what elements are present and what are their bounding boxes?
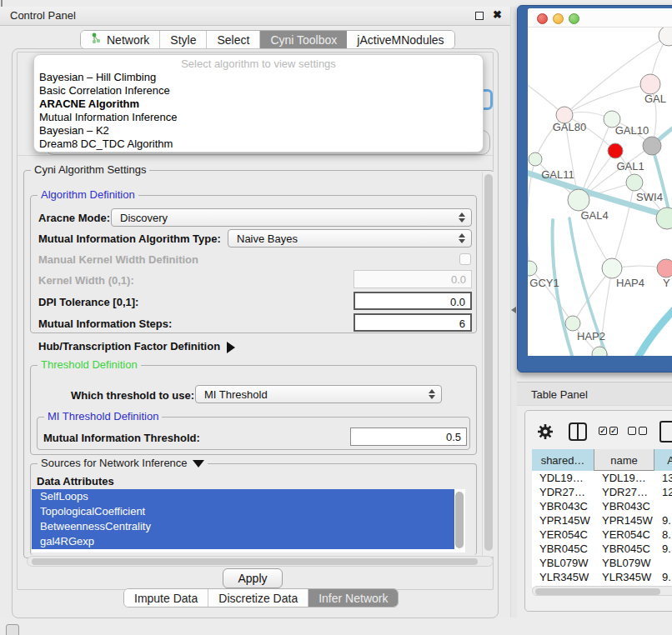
gear-icon[interactable]	[537, 423, 554, 443]
table-row[interactable]: YBR043CYBR043C	[532, 499, 672, 513]
splitter-collapse-icon[interactable]	[511, 307, 516, 313]
node-gal4[interactable]	[568, 189, 589, 211]
close-traffic-icon[interactable]	[537, 13, 548, 24]
tab-style[interactable]: Style	[160, 31, 207, 48]
mi-algorithm-type-combo[interactable]: Naive Bayes	[228, 229, 472, 248]
table-row[interactable]: YDR27…YDR27…12	[532, 485, 672, 499]
table-hscrollbar-thumb[interactable]	[535, 588, 660, 595]
node-top-partial[interactable]	[659, 28, 672, 46]
table-panel-title: Table Panel	[531, 388, 588, 401]
algorithm-option[interactable]: Mutual Information Inference	[34, 111, 483, 124]
table-column-header[interactable]: name	[594, 449, 654, 471]
table-cell	[654, 499, 672, 513]
node-label: SWI4	[636, 191, 663, 203]
aracne-mode-combo[interactable]: Discovery	[111, 208, 472, 227]
node-table: shared…nameA YDL19…YDL19…13YDR27…YDR27…1…	[532, 449, 672, 588]
table-row[interactable]: YER054CYER054C8.	[532, 528, 672, 542]
sources-toggle[interactable]: Sources for Network Inference	[38, 457, 208, 469]
attribute-item[interactable]: TopologicalCoefficient	[32, 504, 454, 519]
mi-steps-field[interactable]: 6	[354, 313, 472, 332]
tab-infer-network[interactable]: Infer Network	[308, 589, 398, 607]
kernel-width-label: Kernel Width (0,1):	[38, 274, 134, 287]
node-gal-right[interactable]	[640, 74, 660, 94]
tab-select[interactable]: Select	[207, 31, 260, 48]
table-cell: YBR045C	[532, 542, 594, 556]
table-cell: YBL079W	[532, 556, 594, 570]
mi-threshold-definition-title: MI Threshold Definition	[44, 410, 162, 422]
table-column-header[interactable]: shared…	[532, 449, 594, 471]
tab-impute-data[interactable]: Impute Data	[124, 589, 208, 607]
settings-hscrollbar-track[interactable]	[27, 556, 494, 567]
network-view-window: GALGAL80GAL10GAL1GAL11SWI4GAL4GCY1HAP4YH…	[528, 8, 672, 356]
algorithm-option[interactable]: ARACNE Algorithm	[34, 98, 483, 111]
control-panel-titlebar: Control Panel ✖	[0, 7, 510, 26]
table-hscrollbar-track[interactable]	[532, 586, 672, 596]
close-icon[interactable]: ✖	[493, 8, 502, 21]
node-gal1[interactable]	[608, 143, 623, 158]
attribute-item[interactable]: SelfLoops	[32, 489, 454, 504]
float-icon[interactable]	[475, 12, 484, 20]
control-panel-window: Control Panel ✖ Network Style Se	[0, 7, 510, 618]
tab-jactivemnodules-label: jActiveMNodules	[357, 33, 444, 47]
columns-icon[interactable]	[569, 422, 587, 441]
table-row[interactable]: YDL19…YDL19…13	[532, 471, 672, 485]
kernel-width-field[interactable]: 0.0	[354, 270, 472, 288]
algorithm-option[interactable]: Bayesian – Hill Climbing	[34, 71, 483, 84]
table-cell: YBR043C	[532, 499, 594, 513]
node-label: HAP4	[616, 277, 644, 289]
node-hap4[interactable]	[602, 258, 622, 278]
table-cell: YER054C	[594, 528, 654, 542]
table-column-header[interactable]: A	[654, 449, 672, 471]
table-cell: YBR043C	[594, 499, 654, 513]
node-gcy1[interactable]	[528, 261, 537, 276]
zoom-traffic-icon[interactable]	[569, 13, 579, 24]
corner-widget-icon[interactable]	[6, 624, 19, 635]
tab-discretize-data[interactable]: Discretize Data	[208, 589, 308, 607]
dpi-tolerance-field[interactable]: 0.0	[354, 292, 472, 310]
algorithm-option[interactable]: Basic Correlation Inference	[34, 84, 483, 98]
settings-scrollbar-track[interactable]	[482, 172, 494, 557]
tab-network[interactable]: Network	[81, 31, 160, 48]
file-icon[interactable]	[659, 421, 672, 442]
node-label: GCY1	[529, 277, 559, 289]
node-pink-right[interactable]	[657, 259, 672, 278]
minimize-traffic-icon[interactable]	[553, 13, 564, 24]
network-edge-highlighted	[636, 296, 672, 356]
node-hap2[interactable]	[565, 316, 580, 331]
node-swi4[interactable]	[626, 174, 643, 191]
mi-threshold-field[interactable]: 0.5	[350, 428, 467, 446]
table-row[interactable]: YBR045CYBR045C9.	[532, 542, 672, 556]
node-label: GAL10	[615, 124, 649, 137]
table-row[interactable]: YPR145WYPR145W9.	[532, 513, 672, 528]
tab-jactivemnodules[interactable]: jActiveMNodules	[347, 31, 454, 48]
network-edge	[612, 182, 634, 268]
table-cell: 8.	[654, 528, 672, 542]
table-cell: YDR27…	[532, 485, 594, 499]
network-canvas[interactable]: GALGAL80GAL10GAL1GAL11SWI4GAL4GCY1HAP4YH…	[528, 28, 672, 356]
node-label: GAL	[644, 92, 666, 105]
mi-threshold-label: Mutual Information Threshold:	[43, 432, 200, 444]
attributes-scrollbar-thumb[interactable]	[455, 492, 464, 548]
control-panel-tabbar: Network Style Select Cyni Toolbox jActiv…	[80, 30, 455, 49]
bottom-tabbar: Impute Data Discretize Data Infer Networ…	[123, 588, 399, 608]
spinner-arrows-icon	[459, 212, 465, 222]
which-threshold-combo[interactable]: MI Threshold	[195, 385, 442, 403]
algorithm-option[interactable]: Bayesian – K2	[34, 124, 483, 138]
settings-hscrollbar-thumb[interactable]	[32, 558, 478, 565]
node-gray[interactable]	[643, 137, 661, 155]
hub-definition-toggle[interactable]: Hub/Transcription Factor Definition	[38, 340, 235, 353]
algorithm-option[interactable]: Dream8 DC_TDC Algorithm	[34, 138, 483, 151]
node-gal11[interactable]	[529, 152, 542, 166]
aracne-mode-label: Aracne Mode:	[38, 212, 110, 224]
dpi-tolerance-label: DPI Tolerance [0,1]:	[38, 296, 138, 308]
table-cell: 12	[654, 485, 672, 499]
attribute-item[interactable]: BetweennessCentrality	[32, 519, 454, 534]
apply-button[interactable]: Apply	[223, 568, 283, 588]
tab-cyni-toolbox[interactable]: Cyni Toolbox	[260, 31, 347, 48]
table-row[interactable]: YBL079WYBL079W	[532, 556, 672, 570]
settings-scrollbar-thumb[interactable]	[484, 174, 493, 551]
manual-kernel-width-label: Manual Kernel Width Definition	[38, 253, 198, 266]
manual-kernel-width-checkbox[interactable]	[459, 253, 471, 265]
table-row[interactable]: YLR345WYLR345W9.	[532, 570, 672, 584]
attribute-item[interactable]: gal4RGexp	[32, 534, 454, 549]
